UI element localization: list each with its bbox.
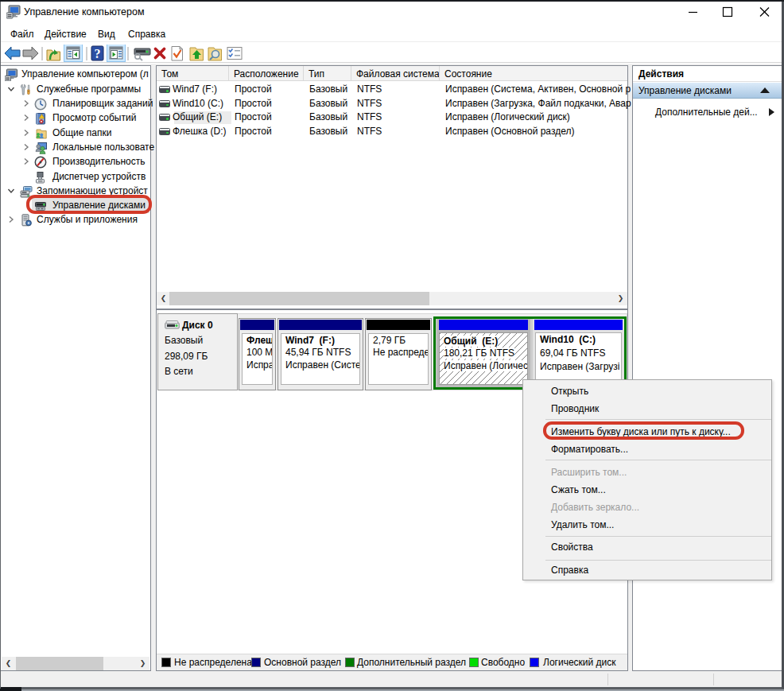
svg-text:?: ?: [95, 47, 101, 60]
